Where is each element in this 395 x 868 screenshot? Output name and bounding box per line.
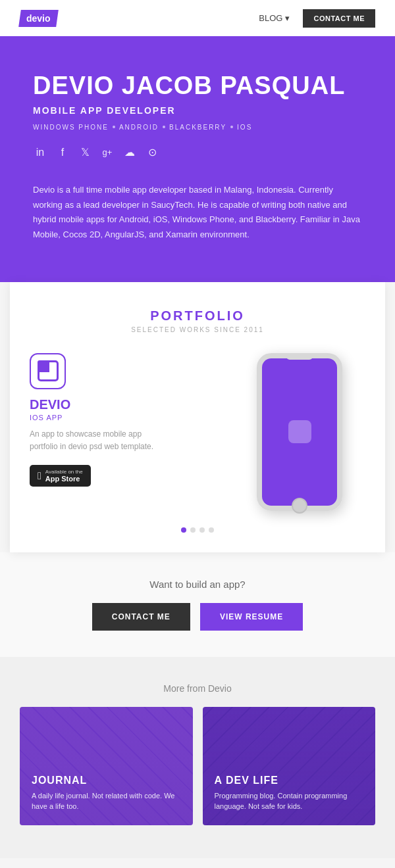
- phone-home-button: [292, 498, 307, 514]
- googleplus-icon[interactable]: g+: [100, 145, 115, 160]
- phone-screen-app-icon: [288, 420, 311, 443]
- app-icon-inner: [38, 360, 59, 381]
- portfolio-sub: SELECTED WORKS SINCE 2011: [23, 326, 372, 333]
- app-name: DEVIO: [30, 397, 221, 412]
- logo-text: devio: [26, 13, 51, 24]
- more-grid: JOURNAL A daily life journal. Not relate…: [20, 707, 375, 825]
- nav-contact-button[interactable]: CONTACT ME: [303, 9, 375, 28]
- more-title: More from Devio: [20, 683, 375, 694]
- app-icon: [30, 353, 66, 389]
- phone-outer: [257, 353, 342, 511]
- linkedin-icon[interactable]: in: [33, 145, 47, 160]
- hero-bio: Devio is a full time mobile app develope…: [33, 183, 362, 243]
- more-section: More from Devio JOURNAL A daily life jou…: [0, 657, 395, 858]
- carousel-dot-4[interactable]: [209, 527, 214, 533]
- logo[interactable]: devio: [20, 10, 57, 27]
- carousel-dot-1[interactable]: [181, 527, 186, 533]
- hero-title: MOBILE APP DEVELOPER: [33, 105, 362, 116]
- portfolio-card: DEVIO IOS APP An app to showcase mobile …: [23, 353, 372, 511]
- view-resume-button[interactable]: VIEW RESUME: [200, 603, 303, 631]
- more-card-journal[interactable]: JOURNAL A daily life journal. Not relate…: [20, 707, 193, 825]
- carousel-dots: [23, 527, 372, 533]
- blog-label: BLOG: [259, 13, 282, 23]
- nav-blog-link[interactable]: BLOG ▾: [259, 13, 290, 23]
- cta-text: Want to build an app?: [13, 579, 382, 590]
- social-icons: in f 𝕏 g+ ☁ ⊙: [33, 145, 362, 160]
- app-type: IOS APP: [30, 414, 221, 422]
- hero-name: DEVIO JACOB PASQUAL: [33, 72, 362, 100]
- phone-mockup: [244, 353, 356, 511]
- appstore-available: Available on the: [45, 469, 83, 475]
- hero-platforms: WINDOWS PHONE ANDROID BLACKBERRY IOS: [33, 124, 362, 131]
- platform-dot: [113, 126, 115, 128]
- devlife-desc: Programming blog. Contain programming la…: [215, 790, 364, 812]
- carousel-dot-2[interactable]: [190, 527, 196, 533]
- journal-desc: A daily life journal. Not related with c…: [32, 790, 181, 812]
- twitter-icon[interactable]: 𝕏: [78, 145, 92, 160]
- phone-notch: [286, 354, 313, 360]
- skype-icon[interactable]: ☁: [122, 145, 137, 160]
- portfolio-left: DEVIO IOS APP An app to showcase mobile …: [30, 353, 234, 487]
- contact-me-button[interactable]: CONTACT ME: [92, 603, 190, 631]
- carousel-dot-3[interactable]: [199, 527, 205, 533]
- cta-buttons: CONTACT ME VIEW RESUME: [13, 603, 382, 631]
- app-desc: An app to showcase mobile app portfolio …: [30, 428, 161, 453]
- facebook-icon[interactable]: f: [55, 145, 70, 160]
- apple-icon: : [38, 470, 41, 482]
- github-icon[interactable]: ⊙: [145, 145, 159, 160]
- chevron-down-icon: ▾: [285, 13, 290, 23]
- journal-title: JOURNAL: [32, 775, 181, 786]
- cta-section: Want to build an app? CONTACT ME VIEW RE…: [0, 552, 395, 657]
- hero-section: DEVIO JACOB PASQUAL MOBILE APP DEVELOPER…: [0, 36, 395, 282]
- portfolio-right: [234, 353, 365, 511]
- appstore-badge[interactable]:  Available on the App Store: [30, 465, 91, 487]
- portfolio-section: PORTFOLIO SELECTED WORKS SINCE 2011 DEVI…: [10, 282, 385, 552]
- portfolio-label: PORTFOLIO: [23, 308, 372, 324]
- appstore-name: App Store: [45, 475, 83, 483]
- phone-screen: [262, 358, 337, 506]
- devlife-title: A DEV LIFE: [215, 775, 364, 786]
- platform-dot: [163, 126, 165, 128]
- nav-right: BLOG ▾ CONTACT ME: [259, 9, 375, 28]
- platform-dot: [230, 126, 233, 128]
- navbar: devio BLOG ▾ CONTACT ME: [0, 0, 395, 36]
- more-card-devlife[interactable]: A DEV LIFE Programming blog. Contain pro…: [203, 707, 376, 825]
